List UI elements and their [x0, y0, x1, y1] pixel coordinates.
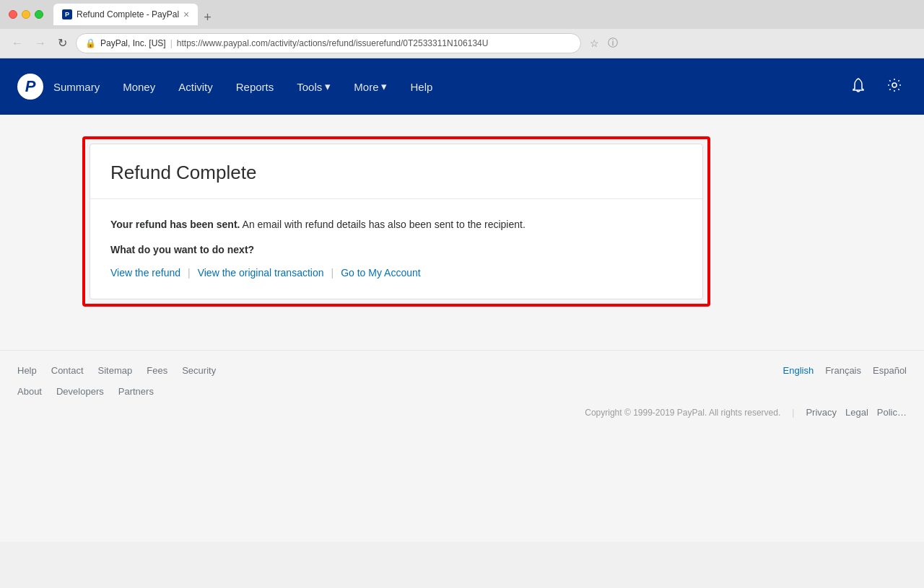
- page-title: Refund Complete: [110, 162, 682, 184]
- tools-chevron-icon: ▾: [325, 80, 331, 93]
- footer-help[interactable]: Help: [17, 365, 37, 376]
- refund-body: Your refund has been sent. An email with…: [90, 199, 702, 299]
- footer-about[interactable]: About: [17, 386, 42, 397]
- footer-contact[interactable]: Contact: [51, 365, 84, 376]
- nav-more-label: More: [354, 81, 378, 93]
- footer-links-row1: Help Contact Sitemap Fees Security: [17, 365, 216, 376]
- site-name: PayPal, Inc. [US]: [100, 38, 166, 48]
- tab-close-button[interactable]: ×: [183, 9, 189, 19]
- browser-chrome: P Refund Complete - PayPal × + ← → ↻ 🔒 P…: [0, 0, 924, 58]
- action-separator-1: |: [188, 267, 191, 278]
- back-button[interactable]: ←: [9, 36, 26, 51]
- nav-more[interactable]: More ▾: [344, 74, 397, 99]
- nav-summary[interactable]: Summary: [43, 75, 110, 99]
- lang-french[interactable]: Français: [825, 365, 861, 376]
- page-footer: Help Contact Sitemap Fees Security About…: [0, 350, 924, 439]
- footer-privacy[interactable]: Privacy: [806, 407, 837, 418]
- active-tab[interactable]: P Refund Complete - PayPal ×: [53, 4, 198, 25]
- nav-tools[interactable]: Tools ▾: [287, 74, 341, 99]
- more-chevron-icon: ▾: [381, 80, 387, 93]
- lang-english[interactable]: English: [783, 365, 814, 376]
- svg-point-0: [892, 83, 897, 87]
- footer-partners[interactable]: Partners: [118, 386, 154, 397]
- footer-sitemap[interactable]: Sitemap: [98, 365, 133, 376]
- action-separator-2: |: [331, 267, 334, 278]
- minimize-button[interactable]: [22, 10, 30, 19]
- close-button[interactable]: [9, 10, 17, 19]
- copyright-text: Copyright © 1999-2019 PayPal. All rights…: [585, 408, 780, 418]
- url-text: https://www.paypal.com/activity/actions/…: [177, 38, 489, 48]
- maximize-button[interactable]: [35, 10, 43, 19]
- paypal-logo: P: [17, 74, 43, 100]
- nav-money[interactable]: Money: [113, 75, 165, 99]
- browser-tabs: P Refund Complete - PayPal × +: [53, 4, 915, 25]
- view-original-transaction-link[interactable]: View the original transaction: [198, 267, 324, 278]
- go-to-account-link[interactable]: Go to My Account: [341, 267, 421, 278]
- highlight-box: Refund Complete Your refund has been sen…: [82, 136, 710, 307]
- footer-legal[interactable]: Legal: [845, 407, 868, 418]
- info-button[interactable]: ⓘ: [608, 37, 618, 50]
- address-input[interactable]: 🔒 PayPal, Inc. [US] | https://www.paypal…: [76, 33, 581, 53]
- refund-message-bold: Your refund has been sent.: [110, 219, 240, 230]
- footer-bottom: Copyright © 1999-2019 PayPal. All rights…: [17, 407, 907, 418]
- refund-message: Your refund has been sent. An email with…: [110, 216, 682, 232]
- nav-reports[interactable]: Reports: [226, 75, 284, 99]
- url-separator: |: [170, 38, 173, 48]
- nav-links: Summary Money Activity Reports Tools ▾ M…: [43, 74, 846, 99]
- footer-left: Help Contact Sitemap Fees Security About…: [17, 365, 216, 407]
- next-question: What do you want to do next?: [110, 244, 682, 255]
- tab-favicon: P: [62, 9, 72, 19]
- lang-spanish[interactable]: Español: [873, 365, 907, 376]
- refund-title-area: Refund Complete: [90, 144, 702, 199]
- nav-tools-label: Tools: [297, 81, 322, 93]
- paypal-page: P Summary Money Activity Reports Tools ▾…: [0, 58, 924, 542]
- main-content: Refund Complete Your refund has been sen…: [65, 115, 859, 335]
- footer-right: English Français Español: [783, 365, 907, 386]
- refund-message-rest: An email with refund details has also be…: [240, 219, 525, 230]
- nav-activity[interactable]: Activity: [168, 75, 223, 99]
- nav-help[interactable]: Help: [400, 75, 443, 99]
- forward-button[interactable]: →: [32, 36, 49, 51]
- footer-policy[interactable]: Polic…: [877, 407, 907, 418]
- lock-icon: 🔒: [85, 38, 96, 48]
- address-bar: ← → ↻ 🔒 PayPal, Inc. [US] | https://www.…: [0, 29, 924, 58]
- title-bar: P Refund Complete - PayPal × +: [0, 0, 924, 29]
- bookmark-button[interactable]: ☆: [590, 38, 599, 49]
- language-selector: English Français Español: [783, 365, 907, 376]
- tab-title: Refund Complete - PayPal: [77, 9, 179, 19]
- refund-card: Refund Complete Your refund has been sen…: [90, 144, 703, 299]
- reload-button[interactable]: ↻: [55, 36, 70, 51]
- footer-fees[interactable]: Fees: [147, 365, 167, 376]
- new-tab-button[interactable]: +: [199, 9, 216, 25]
- footer-security[interactable]: Security: [182, 365, 216, 376]
- settings-button[interactable]: [882, 73, 907, 101]
- traffic-lights: [9, 10, 43, 19]
- paypal-navbar: P Summary Money Activity Reports Tools ▾…: [0, 58, 924, 115]
- nav-icons: [846, 73, 907, 101]
- footer-divider: |: [792, 408, 794, 418]
- footer-developers[interactable]: Developers: [56, 386, 104, 397]
- footer-links-row2: About Developers Partners: [17, 386, 216, 397]
- refund-actions: View the refund | View the original tran…: [110, 267, 682, 278]
- view-refund-link[interactable]: View the refund: [110, 267, 180, 278]
- notifications-button[interactable]: [846, 73, 871, 101]
